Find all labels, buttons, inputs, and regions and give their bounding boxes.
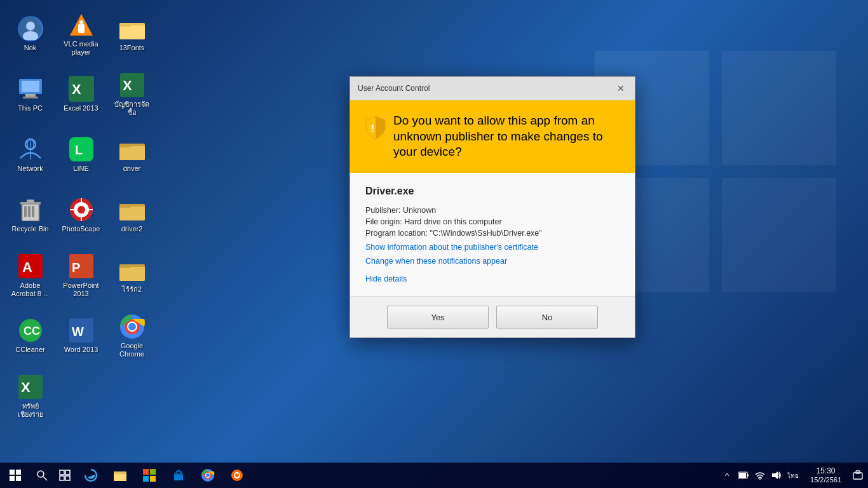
taskbar-chrome-app[interactable] (193, 463, 222, 488)
desktop-icon-adobe[interactable]: A Adobe Acrobat 8 ... (6, 248, 54, 304)
svg-rect-14 (22, 81, 39, 92)
line-icon: L (69, 137, 94, 162)
svg-rect-80 (150, 476, 156, 482)
taskbar-explorer-app[interactable] (105, 463, 135, 488)
start-button[interactable] (0, 463, 31, 488)
line-label: LINE (73, 165, 88, 173)
desktop-icon-excel3[interactable]: X ทรัพย์เชียงราย (6, 369, 54, 424)
svg-rect-44 (119, 207, 145, 220)
uac-titlebar: User Account Control ✕ (350, 77, 635, 100)
uac-location-value: "C:\Windows\SsHub\Driver.exe" (430, 229, 541, 238)
desktop-icon-word[interactable]: W Word 2013 (57, 308, 105, 364)
svg-rect-31 (24, 206, 27, 217)
svg-point-92 (759, 478, 761, 480)
svg-rect-32 (28, 206, 31, 217)
desktop-icons-container: Nok VLC media player 13Fonts (6, 6, 159, 488)
uac-yes-button[interactable]: Yes (387, 306, 489, 329)
driver-label: driver (123, 165, 141, 173)
desktop-icon-chrome[interactable]: Google Chrome (108, 308, 156, 364)
desktop-icon-excel2013[interactable]: X Excel 2013 (57, 67, 105, 123)
desktop-icon-ppt[interactable]: P PowerPoint 2013 (57, 248, 105, 304)
svg-rect-67 (16, 476, 21, 481)
photoscape-label: PhotoScape (62, 225, 100, 233)
desktop-icon-thispc[interactable]: This PC (6, 67, 54, 123)
taskbar-store-app[interactable] (135, 463, 164, 488)
svg-rect-78 (150, 469, 156, 475)
svg-rect-1 (722, 51, 836, 165)
ppt-icon: P (69, 254, 94, 279)
desktop-icon-13fonts[interactable]: 13Fonts (108, 6, 156, 62)
uac-publisher-value: Unknown (403, 206, 436, 215)
wifi-icon[interactable] (753, 468, 767, 482)
ppt-label: PowerPoint 2013 (60, 281, 102, 298)
taskbar-edge-app[interactable] (76, 463, 105, 488)
ccleaner-icon: CC (18, 318, 43, 343)
clock-date: 15/2/2561 (810, 476, 841, 484)
excel2013-label: Excel 2013 (64, 104, 98, 112)
battery-icon[interactable] (736, 468, 750, 482)
uac-program-name: Driver.exe (365, 186, 620, 197)
taskbar-search-button[interactable] (31, 463, 53, 488)
svg-rect-76 (114, 471, 119, 474)
uac-notifications-link[interactable]: Change when these notifications appear (365, 257, 620, 266)
uac-hide-details-link[interactable]: Hide details (365, 274, 620, 283)
desktop-icon-driver2[interactable]: driver2 (108, 187, 156, 243)
svg-point-60 (128, 323, 136, 330)
driver-folder-icon (119, 137, 145, 162)
svg-rect-75 (114, 474, 126, 481)
vlc-label: VLC media player (60, 40, 102, 57)
svg-point-38 (78, 206, 85, 214)
notification-center-button[interactable] (848, 463, 868, 488)
taskbar-store2-app[interactable] (164, 463, 193, 488)
desktop-icon-ccleaner[interactable]: CC CCleaner (6, 308, 54, 364)
desktop-icon-network[interactable]: Network (6, 127, 54, 183)
desktop-icon-budget[interactable]: X บัญชีการจัดซื้อ (108, 67, 156, 123)
uac-title-text: User Account Control (358, 84, 430, 93)
fonts-folder-icon (119, 16, 145, 41)
svg-rect-90 (747, 474, 749, 477)
taskbar-clock[interactable]: 15:30 15/2/2561 (804, 463, 848, 488)
taskbar-systray: ^ (716, 463, 804, 488)
svg-rect-15 (25, 94, 36, 97)
uac-cert-link[interactable]: Show information about the publisher's c… (365, 243, 620, 252)
uac-location-row: Program location: "C:\Windows\SsHub\Driv… (365, 229, 620, 238)
uac-dialog: User Account Control ✕ ! Do you want to … (349, 76, 635, 338)
taskbar-task-view-button[interactable] (53, 463, 76, 488)
uac-close-button[interactable]: ✕ (614, 82, 627, 95)
chrome-icon (119, 314, 145, 339)
nok-icon (18, 16, 43, 41)
desktop-icon-photoscape[interactable]: PhotoScape (57, 187, 105, 243)
taskbar: ^ (0, 463, 868, 488)
vlc-icon (69, 12, 94, 37)
uac-location-label: Program location: (365, 229, 428, 238)
word-label: Word 2013 (64, 346, 98, 354)
thispc-icon (18, 76, 43, 102)
taskbar-paint-app[interactable] (222, 463, 252, 488)
desktop-icon-line[interactable]: L LINE (57, 127, 105, 183)
svg-rect-52 (119, 264, 131, 268)
svg-text:P: P (72, 261, 80, 274)
svg-text:X: X (72, 81, 81, 97)
svg-marker-93 (772, 471, 778, 479)
recycle-label: Recycle Bin (11, 225, 48, 233)
excel3-label: ทรัพย์เชียงราย (10, 402, 51, 419)
svg-rect-3 (722, 178, 836, 292)
keyboard-icon[interactable]: ไทย (786, 468, 800, 482)
uac-shield-icon: ! (365, 116, 386, 142)
svg-rect-72 (60, 476, 64, 480)
desktop-icon-driver[interactable]: driver (108, 127, 156, 183)
desktop-icon-recycle[interactable]: Recycle Bin (6, 187, 54, 243)
desktop-icon-raksam[interactable]: ไร้รัก2 (108, 248, 156, 304)
volume-icon[interactable] (770, 468, 783, 482)
desktop-icon-nok[interactable]: Nok (6, 6, 54, 62)
svg-text:L: L (75, 143, 83, 157)
desktop-icon-vlc[interactable]: VLC media player (57, 6, 105, 62)
svg-rect-51 (119, 267, 145, 281)
adobe-label: Adobe Acrobat 8 ... (10, 281, 51, 298)
svg-text:A: A (22, 259, 32, 275)
network-icon (18, 137, 43, 162)
svg-text:W: W (72, 325, 84, 339)
uac-no-button[interactable]: No (496, 306, 598, 329)
chevron-up-icon[interactable]: ^ (720, 468, 734, 482)
adobe-icon: A (18, 254, 43, 279)
